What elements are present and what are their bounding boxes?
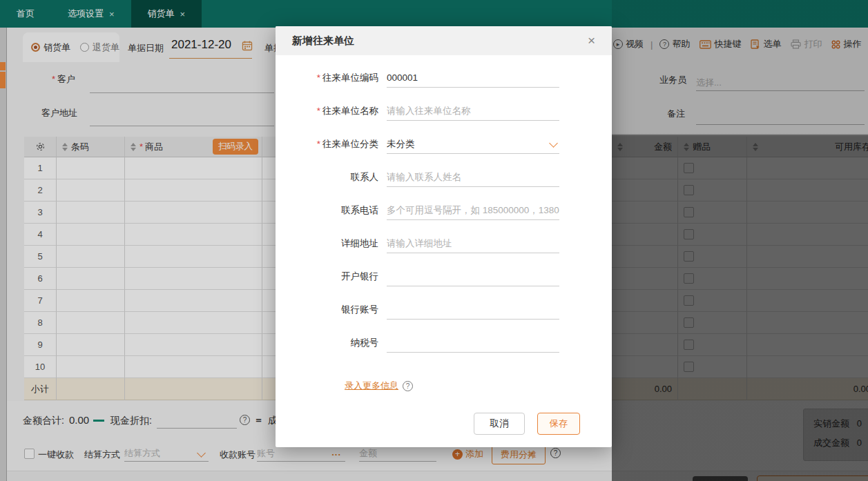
barcode-cell[interactable] — [57, 202, 125, 224]
question-icon[interactable]: ? — [240, 415, 250, 425]
toolbar-video[interactable]: ▸ 视频 — [613, 38, 644, 50]
settle-method-select[interactable]: 结算方式 — [124, 447, 209, 462]
required-asterisk: * — [139, 141, 143, 152]
partial-button-orange[interactable] — [757, 475, 868, 481]
save-button[interactable]: 保存 — [537, 413, 580, 435]
barcode-cell[interactable] — [57, 290, 125, 312]
ellipsis-icon[interactable]: ... — [331, 447, 341, 458]
tab-home[interactable]: 首页 — [0, 0, 51, 28]
toolbar-operations[interactable]: 操作 — [831, 38, 861, 50]
partial-button-dark[interactable] — [693, 476, 748, 481]
remark-input[interactable] — [696, 110, 865, 125]
amount-cell[interactable] — [612, 157, 678, 179]
salesman-select[interactable]: 选择... — [696, 77, 865, 91]
field-input[interactable] — [387, 333, 559, 353]
gift-checkbox[interactable] — [684, 317, 694, 328]
amount-cell[interactable] — [612, 356, 678, 378]
cancel-button[interactable]: 取消 — [474, 413, 525, 435]
gift-cell — [678, 202, 747, 224]
amount-cell[interactable] — [612, 179, 678, 202]
barcode-cell[interactable] — [57, 246, 125, 268]
customer-input[interactable] — [90, 79, 274, 93]
barcode-cell[interactable] — [57, 356, 125, 378]
gift-checkbox[interactable] — [684, 163, 694, 173]
field-input[interactable]: 请输入联系人姓名 — [387, 168, 559, 187]
barcode-cell[interactable] — [57, 268, 125, 290]
gift-checkbox[interactable] — [684, 229, 694, 239]
sort-icon[interactable] — [684, 143, 689, 151]
tab-close-icon[interactable]: × — [180, 9, 186, 19]
close-icon[interactable]: × — [588, 33, 595, 48]
amount-cell[interactable] — [612, 290, 678, 312]
gift-checkbox[interactable] — [684, 295, 694, 306]
tab-options[interactable]: 选项设置× — [51, 0, 131, 28]
amount-total-value: 0.00 — [69, 414, 89, 426]
product-cell[interactable] — [125, 224, 262, 246]
payment-amount-input[interactable]: 金额 — [359, 447, 436, 462]
more-info-link[interactable]: 录入更多信息 — [345, 380, 398, 392]
field-select[interactable]: 未分类 — [387, 135, 559, 154]
account-input[interactable]: 账号... — [257, 447, 345, 462]
sort-icon[interactable] — [753, 143, 758, 151]
toolbar-shortcuts[interactable]: 快捷键 — [700, 38, 741, 50]
field-input[interactable] — [387, 300, 559, 320]
amount-cell[interactable] — [612, 334, 678, 356]
barcode-cell[interactable] — [57, 157, 125, 179]
field-input[interactable]: 000001 — [387, 68, 559, 88]
tab-sales-order[interactable]: 销货单× — [131, 0, 202, 28]
one-click-checkbox[interactable] — [24, 449, 35, 459]
question-icon[interactable]: ? — [550, 448, 561, 458]
cost-share-button[interactable]: 费用分摊 — [492, 445, 546, 464]
sort-icon[interactable] — [62, 143, 68, 151]
product-cell[interactable] — [125, 356, 262, 378]
product-cell[interactable] — [125, 179, 262, 202]
header-gift[interactable]: 赠品 — [678, 137, 747, 157]
field-input[interactable]: 请输入往来单位名称 — [387, 101, 559, 121]
amount-cell[interactable] — [612, 246, 678, 268]
field-input[interactable]: 多个可用逗号隔开，如 185000000，13800000 — [387, 201, 559, 220]
barcode-cell[interactable] — [57, 334, 125, 356]
add-payment-button[interactable]: +添加 — [452, 448, 483, 460]
field-input[interactable] — [387, 267, 559, 286]
sort-icon[interactable] — [617, 143, 623, 151]
column-settings-button[interactable] — [24, 137, 57, 157]
header-barcode[interactable]: 条码 — [57, 137, 125, 157]
product-cell[interactable] — [125, 334, 262, 356]
field-value: 未分类 — [387, 138, 415, 150]
amount-cell[interactable] — [612, 224, 678, 246]
product-cell[interactable] — [125, 157, 262, 179]
product-cell[interactable] — [125, 246, 262, 268]
cash-discount-input[interactable] — [157, 414, 237, 429]
gift-checkbox[interactable] — [684, 362, 694, 372]
field-input[interactable]: 请输入详细地址 — [387, 234, 559, 253]
amount-cell[interactable] — [612, 312, 678, 334]
product-cell[interactable] — [125, 290, 262, 312]
tab-close-icon[interactable]: × — [109, 9, 115, 19]
customer-address-input[interactable] — [90, 112, 274, 126]
scan-entry-button[interactable]: 扫码录入 — [213, 139, 258, 155]
radio-return-order[interactable]: 退货单 — [80, 41, 119, 54]
product-cell[interactable] — [125, 268, 262, 290]
header-available[interactable]: 可用库存 — [747, 137, 868, 157]
product-cell[interactable] — [125, 312, 262, 334]
header-amount[interactable]: 金额 — [612, 137, 678, 157]
gift-checkbox[interactable] — [684, 273, 694, 284]
gift-checkbox[interactable] — [684, 251, 694, 262]
gift-checkbox[interactable] — [684, 340, 694, 350]
barcode-cell[interactable] — [57, 312, 125, 334]
barcode-cell[interactable] — [57, 224, 125, 246]
product-cell[interactable] — [125, 202, 262, 224]
radio-sales-order[interactable]: 销货单 — [31, 41, 70, 54]
sort-icon[interactable] — [131, 143, 136, 151]
doc-date-value[interactable]: 2021-12-20 — [171, 38, 231, 52]
toolbar-help[interactable]: ? 帮助 — [659, 38, 690, 50]
header-product[interactable]: * 商品 扫码录入 — [125, 137, 262, 157]
toolbar-pick-order[interactable]: 选单 — [751, 38, 781, 50]
barcode-cell[interactable] — [57, 179, 125, 202]
calendar-icon[interactable] — [242, 40, 253, 51]
amount-cell[interactable] — [612, 202, 678, 224]
gift-checkbox[interactable] — [684, 207, 694, 217]
amount-cell[interactable] — [612, 268, 678, 290]
question-icon[interactable]: ? — [403, 381, 413, 391]
gift-checkbox[interactable] — [684, 185, 694, 195]
